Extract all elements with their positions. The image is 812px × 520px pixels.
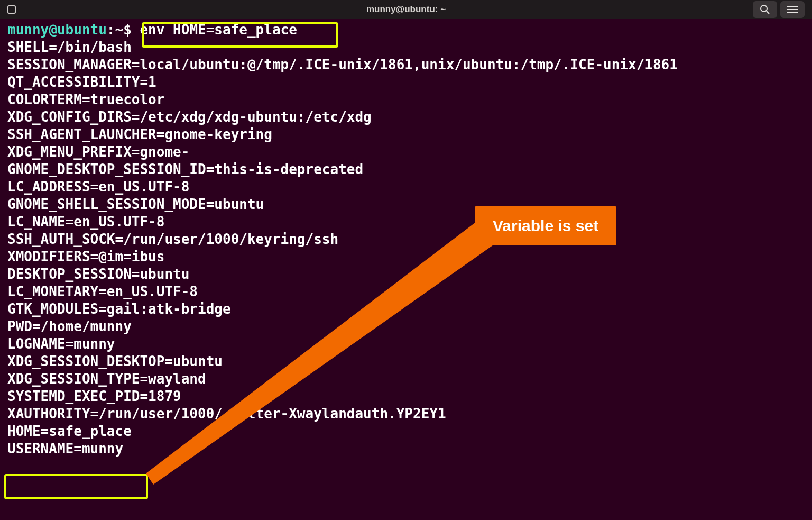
- env-line: XDG_SESSION_TYPE=wayland: [7, 371, 206, 387]
- prompt-colon: :: [107, 22, 115, 38]
- env-line: LOGNAME=munny: [7, 336, 115, 352]
- new-tab-icon[interactable]: [0, 0, 23, 19]
- env-line: XDG_MENU_PREFIX=gnome-: [7, 144, 189, 160]
- tab-icon: [7, 5, 16, 14]
- env-line: XMODIFIERS=@im=ibus: [7, 249, 164, 264]
- env-line: XDG_SESSION_DESKTOP=ubuntu: [7, 353, 223, 369]
- command-text: env HOME=safe_place: [140, 22, 297, 38]
- prompt-dollar: $: [123, 22, 140, 38]
- highlight-home-line: [4, 474, 148, 499]
- env-line: QT_ACCESSIBILITY=1: [7, 74, 156, 90]
- prompt-user-host: munny@ubuntu: [7, 22, 107, 38]
- env-line: GTK_MODULES=gail:atk-bridge: [7, 301, 231, 317]
- env-line: SSH_AUTH_SOCK=/run/user/1000/keyring/ssh: [7, 231, 338, 247]
- search-icon: [760, 4, 770, 15]
- env-line: GNOME_DESKTOP_SESSION_ID=this-is-depreca…: [7, 161, 363, 177]
- hamburger-icon: [787, 6, 798, 13]
- prompt-path: ~: [115, 22, 124, 38]
- env-line: LC_MONETARY=en_US.UTF-8: [7, 284, 198, 299]
- env-line: SYSTEMD_EXEC_PID=1879: [7, 388, 181, 404]
- env-line: COLORTERM=truecolor: [7, 92, 164, 107]
- env-line: SHELL=/bin/bash: [7, 39, 132, 55]
- env-line: HOME=safe_place: [7, 423, 132, 439]
- hamburger-menu-button[interactable]: [780, 1, 805, 18]
- env-line: USERNAME=munny: [7, 441, 123, 457]
- env-line: PWD=/home/munny: [7, 318, 132, 334]
- env-line: DESKTOP_SESSION=ubuntu: [7, 266, 189, 282]
- titlebar: munny@ubuntu: ~: [0, 0, 812, 19]
- env-line: XDG_CONFIG_DIRS=/etc/xdg/xdg-ubuntu:/etc…: [7, 109, 372, 125]
- terminal-window: munny@ubuntu: ~ munny@ubuntu:~$ env HOME…: [0, 0, 812, 520]
- svg-point-1: [761, 5, 767, 12]
- svg-line-2: [767, 11, 769, 14]
- env-line: XAUTHORITY=/run/user/1000/.mutter-Xwayla…: [7, 406, 446, 422]
- env-line: SSH_AGENT_LAUNCHER=gnome-keyring: [7, 126, 272, 142]
- env-line: LC_ADDRESS=en_US.UTF-8: [7, 179, 189, 195]
- terminal-output[interactable]: munny@ubuntu:~$ env HOME=safe_place SHEL…: [7, 21, 812, 458]
- window-title: munny@ubuntu: ~: [366, 4, 446, 15]
- env-line: GNOME_SHELL_SESSION_MODE=ubuntu: [7, 196, 264, 212]
- search-button[interactable]: [753, 1, 777, 18]
- env-line: SESSION_MANAGER=local/ubuntu:@/tmp/.ICE-…: [7, 57, 678, 72]
- env-line: LC_NAME=en_US.UTF-8: [7, 214, 164, 230]
- svg-rect-0: [8, 6, 15, 13]
